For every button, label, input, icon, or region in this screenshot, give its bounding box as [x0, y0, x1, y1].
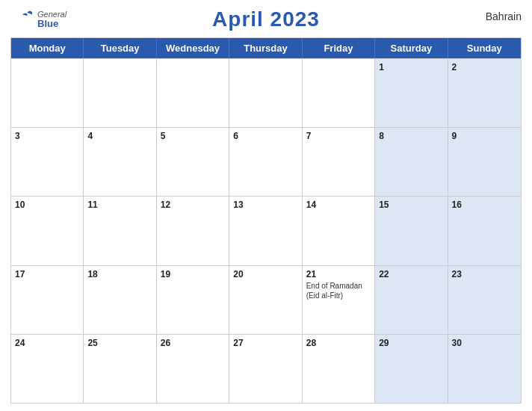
calendar-cell: 2 — [448, 59, 521, 127]
day-number: 3 — [15, 131, 79, 141]
calendar-cell: 23 — [448, 266, 521, 334]
calendar-cell: 21End of Ramadan (Eid al-Fitr) — [303, 266, 375, 334]
day-number: 27 — [233, 338, 297, 348]
calendar-cell: 9 — [448, 128, 521, 196]
header-cell-monday: Monday — [11, 38, 84, 58]
day-number: 9 — [452, 131, 517, 141]
calendar-cell — [84, 59, 156, 127]
logo-icon — [10, 7, 34, 31]
calendar-cell — [11, 59, 84, 127]
calendar-cell: 8 — [375, 128, 448, 196]
day-number: 22 — [379, 269, 443, 279]
header-cell-sunday: Sunday — [448, 38, 521, 58]
calendar-cell: 18 — [84, 266, 156, 334]
week-row-4: 1718192021End of Ramadan (Eid al-Fitr)22… — [11, 265, 521, 334]
header: General Blue April 2023 Bahrain — [10, 7, 522, 31]
calendar-cell: 25 — [84, 335, 156, 403]
day-number: 14 — [306, 200, 371, 210]
day-number: 24 — [15, 338, 79, 348]
day-number: 19 — [161, 269, 225, 279]
day-number: 11 — [87, 200, 152, 210]
day-number: 30 — [452, 338, 517, 348]
day-number: 10 — [15, 200, 79, 210]
day-number: 2 — [452, 62, 517, 72]
calendar-cell: 28 — [303, 335, 375, 403]
day-number: 23 — [452, 269, 517, 279]
header-cell-saturday: Saturday — [375, 38, 448, 58]
week-row-5: 24252627282930 — [11, 334, 521, 403]
calendar-cell: 7 — [303, 128, 375, 196]
calendar-body: 123456789101112131415161718192021End of … — [11, 58, 521, 403]
calendar-cell — [303, 59, 375, 127]
week-row-3: 10111213141516 — [11, 196, 521, 265]
calendar-cell: 24 — [11, 335, 84, 403]
month-year-title: April 2023 — [212, 7, 320, 31]
calendar-cell: 15 — [375, 197, 448, 265]
calendar-cell: 3 — [11, 128, 84, 196]
calendar-cell: 4 — [84, 128, 156, 196]
logo-blue-text: Blue — [37, 19, 66, 29]
calendar-cell: 26 — [157, 335, 229, 403]
day-number: 7 — [306, 131, 371, 141]
day-number: 13 — [233, 200, 297, 210]
calendar-cell: 27 — [229, 335, 302, 403]
calendar-cell: 10 — [11, 197, 84, 265]
header-cell-friday: Friday — [303, 38, 375, 58]
page: General Blue April 2023 Bahrain MondayTu… — [0, 0, 532, 411]
calendar-cell: 17 — [11, 266, 84, 334]
calendar-cell: 14 — [303, 197, 375, 265]
week-row-2: 3456789 — [11, 127, 521, 196]
logo: General Blue — [10, 7, 66, 31]
calendar-cell: 11 — [84, 197, 156, 265]
day-number: 16 — [452, 200, 517, 210]
day-number: 4 — [87, 131, 152, 141]
day-number: 20 — [233, 269, 297, 279]
day-event: End of Ramadan (Eid al-Fitr) — [306, 281, 371, 300]
svg-rect-0 — [10, 7, 34, 31]
calendar-cell: 20 — [229, 266, 302, 334]
header-cell-wednesday: Wednesday — [157, 38, 229, 58]
calendar-cell: 22 — [375, 266, 448, 334]
calendar-cell — [229, 59, 302, 127]
day-number: 17 — [15, 269, 79, 279]
day-number: 25 — [87, 338, 152, 348]
calendar-header: MondayTuesdayWednesdayThursdayFridaySatu… — [11, 38, 521, 58]
day-number: 21 — [306, 269, 371, 279]
calendar-cell: 13 — [229, 197, 302, 265]
day-number: 8 — [379, 131, 443, 141]
calendar-cell: 12 — [157, 197, 229, 265]
header-cell-thursday: Thursday — [229, 38, 302, 58]
calendar-cell: 29 — [375, 335, 448, 403]
calendar-title: April 2023 — [212, 7, 320, 31]
header-cell-tuesday: Tuesday — [84, 38, 156, 58]
day-number: 18 — [87, 269, 152, 279]
day-number: 28 — [306, 338, 371, 348]
day-number: 1 — [379, 62, 443, 72]
calendar-cell: 1 — [375, 59, 448, 127]
week-row-1: 12 — [11, 58, 521, 127]
day-number: 15 — [379, 200, 443, 210]
day-number: 12 — [161, 200, 225, 210]
day-number: 29 — [379, 338, 443, 348]
calendar-cell: 5 — [157, 128, 229, 196]
calendar-cell: 19 — [157, 266, 229, 334]
day-number: 5 — [161, 131, 225, 141]
calendar-cell: 6 — [229, 128, 302, 196]
calendar-cell: 30 — [448, 335, 521, 403]
day-number: 6 — [233, 131, 297, 141]
day-number: 26 — [161, 338, 225, 348]
logo-name: General Blue — [37, 10, 66, 29]
calendar-cell: 16 — [448, 197, 521, 265]
calendar: MondayTuesdayWednesdayThursdayFridaySatu… — [10, 37, 522, 404]
calendar-cell — [157, 59, 229, 127]
country-label: Bahrain — [486, 10, 522, 22]
